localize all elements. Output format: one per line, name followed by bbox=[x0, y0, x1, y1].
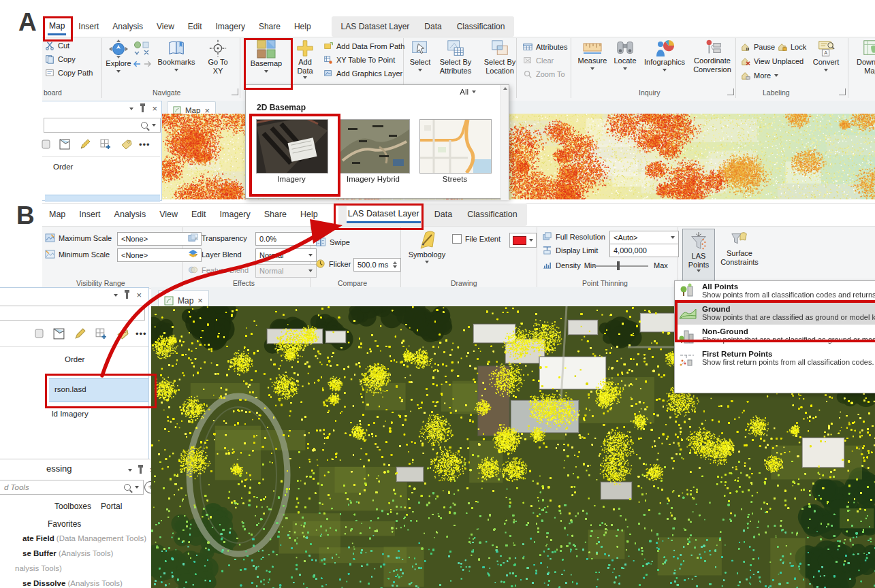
tab-edit[interactable]: Edit bbox=[187, 19, 204, 34]
label-tag-icon[interactable] bbox=[118, 137, 133, 152]
surface-constraints-button[interactable]: Surface Constraints bbox=[718, 230, 761, 266]
map-surface-icon[interactable] bbox=[51, 326, 66, 341]
table-add-icon[interactable] bbox=[98, 137, 113, 152]
cut-button[interactable]: Cut bbox=[45, 41, 69, 50]
tab-toolboxes[interactable]: Toolboxes bbox=[54, 502, 91, 511]
inquiry-dialog-launcher[interactable] bbox=[727, 88, 734, 95]
file-extent-checkbox-row[interactable]: File Extent bbox=[452, 234, 500, 244]
tab-map[interactable]: Map bbox=[48, 18, 66, 35]
las-points-button[interactable]: LAS Points bbox=[682, 229, 715, 281]
selected-las-layer-row[interactable]: rson.lasd bbox=[49, 378, 148, 402]
selected-layer-row-partial[interactable] bbox=[45, 195, 160, 201]
pause-labeling-button[interactable]: Pause bbox=[741, 42, 775, 52]
tab-data[interactable]: Data bbox=[423, 19, 443, 34]
search-options-chevron-icon[interactable] bbox=[152, 124, 156, 127]
tool-item[interactable]: nalysis Tools) bbox=[15, 564, 62, 572]
layer-blend-combobox[interactable]: Normal bbox=[255, 248, 317, 262]
swipe-button[interactable]: Swipe bbox=[315, 237, 350, 247]
full-resolution-combobox[interactable]: <Auto> bbox=[609, 231, 679, 244]
labeling-dialog-launcher[interactable] bbox=[839, 88, 846, 95]
back-arrow-icon[interactable] bbox=[133, 61, 141, 67]
basemap-button[interactable]: Basemap bbox=[246, 39, 286, 73]
basemap-thumb-imagery-hybrid[interactable] bbox=[338, 119, 410, 174]
tool-item[interactable]: se Buffer (Analysis Tools) bbox=[22, 549, 113, 557]
view-unplaced-button[interactable]: View Unplaced bbox=[741, 56, 804, 66]
tab-share[interactable]: Share bbox=[257, 19, 282, 34]
tab-las-dataset-layer[interactable]: LAS Dataset Layer bbox=[347, 206, 421, 223]
explore-button[interactable]: Explore bbox=[104, 39, 133, 73]
tab-imagery[interactable]: Imagery bbox=[214, 19, 246, 34]
contents-search-input[interactable] bbox=[44, 118, 161, 133]
table-add-icon[interactable] bbox=[93, 326, 108, 341]
tab-view[interactable]: View bbox=[158, 207, 179, 222]
tab-portal[interactable]: Portal bbox=[101, 502, 122, 511]
find-tools-search-input[interactable]: d Tools bbox=[0, 480, 144, 495]
close-icon[interactable]: × bbox=[197, 296, 203, 305]
spinner-icon[interactable] bbox=[393, 261, 397, 268]
tab-insert[interactable]: Insert bbox=[78, 207, 101, 222]
tab-analysis[interactable]: Analysis bbox=[113, 207, 148, 222]
infographics-button[interactable]: Infographics bbox=[643, 39, 686, 71]
tab-las-dataset-layer[interactable]: LAS Dataset Layer bbox=[340, 19, 411, 34]
tab-imagery[interactable]: Imagery bbox=[219, 207, 252, 222]
xy-table-to-point-button[interactable]: XY Table To Point bbox=[323, 55, 395, 65]
tab-classification[interactable]: Classification bbox=[456, 19, 507, 34]
density-slider-track[interactable] bbox=[591, 265, 648, 267]
tab-classification[interactable]: Classification bbox=[466, 207, 519, 222]
edit-pencil-icon[interactable] bbox=[72, 326, 87, 341]
attributes-button[interactable]: Attributes bbox=[523, 42, 567, 52]
dropdown-scrollbar[interactable] bbox=[500, 85, 509, 200]
coordinate-conversion-button[interactable]: Coordinate Conversion bbox=[690, 39, 734, 74]
menu-item-non-ground[interactable]: Non-Ground Show points that are not clas… bbox=[675, 325, 875, 347]
transparency-combobox[interactable]: 0.0% bbox=[255, 232, 317, 246]
bookmarks-button[interactable]: Bookmarks bbox=[155, 39, 197, 71]
copy-path-button[interactable]: Copy Path bbox=[45, 68, 93, 78]
file-extent-checkbox[interactable] bbox=[452, 234, 462, 244]
basemap-thumb-imagery[interactable] bbox=[256, 119, 328, 174]
download-map-button[interactable]: Download Map bbox=[853, 39, 875, 75]
display-limit-input[interactable]: 4,000,000 bbox=[609, 244, 679, 257]
select-by-attributes-button[interactable]: Select By Attributes bbox=[436, 39, 475, 75]
tab-map[interactable]: Map bbox=[48, 207, 67, 222]
pane-menu-chevron-icon[interactable] bbox=[128, 469, 132, 472]
flicker-input[interactable]: 500.0 ms bbox=[353, 258, 401, 272]
navigate-dialog-launcher[interactable] bbox=[232, 88, 238, 95]
pin-icon[interactable] bbox=[142, 105, 144, 112]
tab-help[interactable]: Help bbox=[299, 207, 319, 222]
zoom-tools-cluster[interactable] bbox=[133, 41, 151, 67]
close-icon[interactable]: × bbox=[152, 104, 157, 113]
label-tag-icon[interactable] bbox=[114, 326, 129, 341]
convert-labels-button[interactable]: A Convert bbox=[809, 39, 843, 71]
search-options-chevron-icon[interactable] bbox=[136, 312, 140, 314]
map-surface-icon[interactable] bbox=[57, 137, 72, 152]
tab-edit[interactable]: Edit bbox=[190, 207, 208, 222]
density-slider-handle[interactable] bbox=[617, 261, 620, 270]
tool-item[interactable]: se Dissolve (Analysis Tools) bbox=[22, 579, 123, 587]
measure-button[interactable]: Measure bbox=[576, 39, 609, 70]
menu-item-all-points[interactable]: All Points Show points from all classifi… bbox=[675, 281, 875, 302]
copy-button[interactable]: Copy bbox=[45, 54, 76, 64]
contents-search-input[interactable] bbox=[0, 306, 145, 321]
select-button[interactable]: Select bbox=[407, 39, 433, 71]
edit-pencil-icon[interactable] bbox=[78, 137, 93, 152]
pane-menu-chevron-icon[interactable] bbox=[129, 108, 133, 110]
tab-insert[interactable]: Insert bbox=[77, 19, 100, 34]
tab-share[interactable]: Share bbox=[263, 207, 288, 222]
search-options-chevron-icon[interactable] bbox=[135, 486, 139, 489]
add-data-button[interactable]: Add Data bbox=[291, 39, 319, 79]
imagery-layer-name[interactable]: ld Imagery bbox=[52, 410, 89, 418]
select-by-location-button[interactable]: Select By Location bbox=[481, 39, 519, 75]
pin-icon[interactable] bbox=[140, 467, 142, 474]
list-by-drawing-icon[interactable] bbox=[30, 326, 45, 341]
tab-data[interactable]: Data bbox=[433, 207, 454, 222]
go-to-xy-button[interactable]: Go To XY bbox=[204, 39, 232, 75]
symbology-button[interactable]: Symbology bbox=[407, 230, 447, 263]
overflow-dots-icon[interactable]: ••• bbox=[136, 329, 147, 339]
feature-blend-combobox[interactable]: Normal bbox=[255, 264, 317, 278]
zoom-to-button[interactable]: Zoom To bbox=[523, 69, 565, 79]
overflow-dots-icon[interactable]: ••• bbox=[139, 140, 150, 150]
add-data-from-path-button[interactable]: Add Data From Path bbox=[323, 42, 404, 51]
close-icon[interactable]: × bbox=[136, 291, 142, 299]
lock-labeling-button[interactable]: Lock bbox=[778, 42, 806, 52]
forward-arrow-icon[interactable] bbox=[144, 61, 151, 67]
